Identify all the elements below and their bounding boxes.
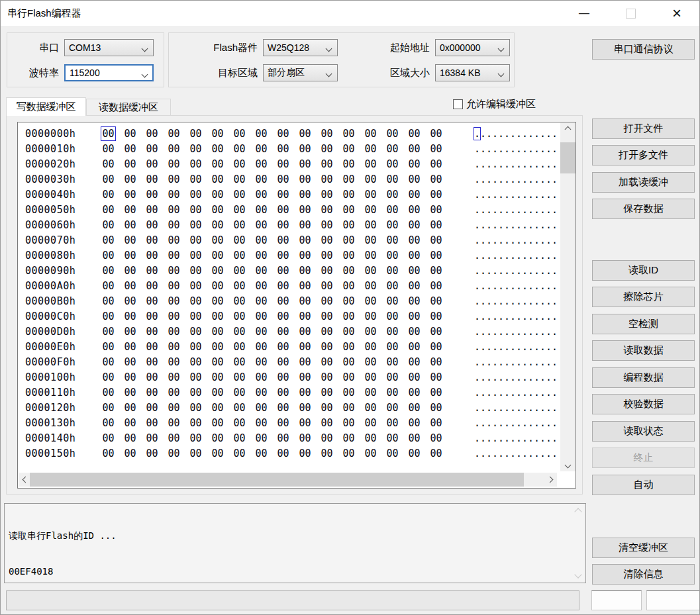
hex-byte[interactable]: 00 [430,356,442,368]
hex-byte[interactable]: 00 [255,219,268,231]
hex-ascii-char[interactable]: . [480,310,486,322]
hex-ascii-char[interactable]: . [516,356,522,368]
hex-byte[interactable]: 00 [102,128,115,140]
hex-byte[interactable]: 00 [364,189,377,201]
hex-byte[interactable]: 00 [321,432,333,444]
hex-ascii-char[interactable]: . [546,234,552,246]
hex-byte[interactable]: 00 [408,143,421,155]
hex-byte[interactable]: 00 [364,219,377,231]
hex-byte[interactable]: 00 [146,417,158,429]
hex-ascii-char[interactable]: . [504,310,510,322]
hex-byte[interactable]: 00 [255,371,268,383]
hex-byte[interactable]: 00 [321,250,333,261]
hex-byte[interactable]: 00 [168,448,180,459]
hex-ascii-char[interactable]: . [528,371,534,383]
hex-byte[interactable]: 00 [102,219,115,231]
hex-ascii-char[interactable]: . [480,387,486,399]
hex-byte[interactable]: 00 [146,341,158,353]
hex-ascii-char[interactable]: . [516,189,522,201]
hex-ascii-char[interactable]: . [474,310,480,322]
hex-ascii-char[interactable]: . [498,371,504,383]
hex-vscroll-thumb[interactable] [560,142,575,173]
hex-byte[interactable]: 00 [211,204,224,216]
hex-ascii-char[interactable]: . [498,265,504,277]
hex-ascii-char[interactable]: . [534,326,540,338]
hex-byte[interactable]: 00 [124,356,136,368]
hex-ascii-char[interactable]: . [504,265,510,277]
hex-ascii-char[interactable]: . [540,356,546,368]
hex-byte[interactable]: 00 [299,448,311,459]
read-status-button[interactable]: 读取状态 [592,421,695,442]
hex-byte[interactable]: 00 [211,371,224,383]
hex-byte[interactable]: 00 [146,387,158,399]
hex-byte[interactable]: 00 [386,432,399,444]
hex-ascii-char[interactable]: . [486,402,492,414]
hex-ascii-char[interactable]: . [504,128,510,140]
hex-ascii-char[interactable]: . [492,204,498,216]
hex-byte[interactable]: 00 [386,402,399,414]
hex-ascii-char[interactable]: . [486,417,492,429]
hex-byte[interactable]: 00 [168,158,180,170]
hex-ascii-char[interactable]: . [474,173,480,185]
hex-byte[interactable]: 00 [277,250,289,261]
hex-byte[interactable]: 00 [233,234,246,246]
blank-check-button[interactable]: 空检测 [592,314,695,334]
hex-byte[interactable]: 00 [321,310,333,322]
hex-byte[interactable]: 00 [211,219,224,231]
hex-ascii-char[interactable]: . [552,310,558,322]
hex-ascii-char[interactable]: . [534,143,540,155]
hex-byte[interactable]: 00 [299,310,311,322]
hex-byte[interactable]: 00 [408,158,421,170]
hex-ascii-char[interactable]: . [546,219,552,231]
hex-byte[interactable]: 00 [211,448,224,459]
hex-ascii-char[interactable]: . [540,387,546,399]
hex-ascii-char[interactable]: . [540,448,546,459]
hex-ascii-char[interactable]: . [540,204,546,216]
hex-ascii-char[interactable]: . [480,143,486,155]
hex-byte[interactable]: 00 [342,417,355,429]
hex-ascii-char[interactable]: . [510,341,516,353]
hex-byte[interactable]: 00 [386,158,399,170]
hex-ascii-char[interactable]: . [522,204,528,216]
auto-button[interactable]: 自动 [592,475,695,495]
hex-ascii-char[interactable]: . [474,356,480,368]
scroll-up-arrow-icon[interactable] [560,122,575,134]
hex-ascii-char[interactable]: . [516,432,522,444]
hex-ascii-char[interactable]: . [492,219,498,231]
hex-ascii-char[interactable]: . [474,341,480,353]
hex-byte[interactable]: 00 [124,310,136,322]
hex-byte[interactable]: 00 [342,310,355,322]
hex-ascii-char[interactable]: . [510,158,516,170]
hex-byte[interactable]: 00 [277,448,289,459]
hex-byte[interactable]: 00 [102,295,115,307]
hex-ascii-char[interactable]: . [504,387,510,399]
hex-byte[interactable]: 00 [255,448,268,459]
scroll-down-arrow-icon[interactable] [560,460,575,471]
hex-ascii-char[interactable]: . [480,448,486,459]
hex-byte[interactable]: 00 [364,280,377,292]
hex-byte[interactable]: 00 [299,280,311,292]
hex-ascii-char[interactable]: . [504,341,510,353]
hex-byte[interactable]: 00 [408,234,421,246]
hex-byte[interactable]: 00 [299,295,311,307]
hex-byte[interactable]: 00 [233,143,246,155]
hex-ascii-char[interactable]: . [528,295,534,307]
hex-byte[interactable]: 00 [299,356,311,368]
hex-ascii-char[interactable]: . [474,402,480,414]
hex-byte[interactable]: 00 [255,204,268,216]
hex-ascii-char[interactable]: . [492,173,498,185]
hex-byte[interactable]: 00 [168,387,180,399]
hex-byte[interactable]: 00 [146,173,158,185]
hex-byte[interactable]: 00 [342,219,355,231]
hex-byte[interactable]: 00 [211,432,224,444]
hex-byte[interactable]: 00 [255,310,268,322]
hex-ascii-char[interactable]: . [510,295,516,307]
hex-ascii-char[interactable]: . [552,265,558,277]
hex-ascii-char[interactable]: . [558,295,560,307]
hex-byte[interactable]: 00 [386,189,399,201]
hex-ascii-char[interactable]: . [492,128,498,140]
hex-ascii-char[interactable]: . [534,432,540,444]
hex-ascii-char[interactable]: . [492,448,498,459]
hex-ascii-char[interactable]: . [486,280,492,292]
hex-byte[interactable]: 00 [189,280,202,292]
